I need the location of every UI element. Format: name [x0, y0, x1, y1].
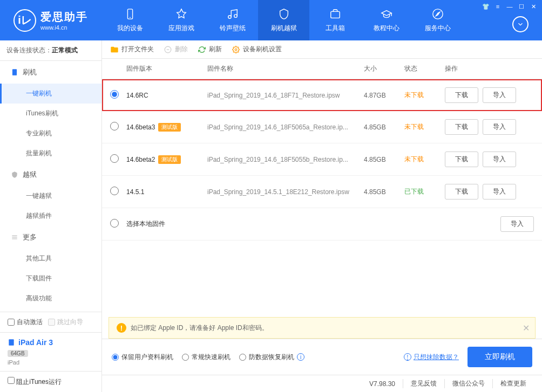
group-icon	[11, 171, 18, 178]
group-title: 刷机	[23, 67, 37, 77]
fw-version: 14.6beta2	[126, 156, 155, 163]
svg-point-2	[228, 16, 231, 19]
skip-guide-checkbox[interactable]: 跳过向导	[48, 318, 83, 327]
firmware-row[interactable]: 14.6RCiPad_Spring_2019_14.6_18F71_Restor…	[102, 79, 542, 111]
erase-data-link[interactable]: !只想抹除数据？	[404, 353, 459, 362]
import-button[interactable]: 导入	[500, 216, 534, 232]
menu-item[interactable]: 其他工具	[0, 249, 101, 269]
window-maximize-icon[interactable]: ☐	[516, 2, 527, 11]
option-anti-recovery[interactable]: 防数据恢复刷机 i	[239, 353, 304, 362]
fw-filename: iPad_Spring_2019_14.6_18F5065a_Restore.i…	[207, 123, 364, 131]
firmware-radio[interactable]	[110, 122, 119, 130]
nav-icon	[175, 8, 188, 20]
firmware-radio[interactable]	[110, 187, 119, 195]
window-minimize-icon[interactable]: —	[504, 2, 515, 11]
import-button[interactable]: 导入	[483, 87, 516, 103]
firmware-radio[interactable]	[110, 219, 119, 228]
menu-item[interactable]: 专业刷机	[0, 123, 101, 143]
content: 打开文件夹 删除 刷新 设备刷机设置 固件版本 固件名称 大小 状态 操作 14…	[102, 40, 542, 392]
svg-marker-6	[436, 12, 439, 16]
menu-group-1[interactable]: 越狱	[0, 163, 101, 186]
menu-item[interactable]: 批量刷机	[0, 143, 101, 163]
group-icon	[11, 233, 18, 241]
nav-tab-6[interactable]: 服务中心	[412, 0, 463, 40]
group-icon	[11, 68, 18, 76]
import-button[interactable]: 导入	[483, 184, 516, 200]
menu-item[interactable]: 下载固件	[0, 269, 101, 288]
auto-activate-checkbox[interactable]: 自动激活	[8, 318, 43, 327]
option-normal[interactable]: 常规快速刷机	[182, 353, 231, 362]
nav-tab-3[interactable]: 刷机越狱	[258, 0, 309, 40]
window-close-icon[interactable]: ✕	[528, 2, 539, 11]
tablet-icon	[8, 339, 15, 346]
menu-group-0[interactable]: 刷机	[0, 61, 101, 84]
device-info[interactable]: iPad Air 3 64GB iPad	[0, 333, 101, 372]
device-storage: 64GB	[8, 350, 28, 357]
nav-icon	[124, 8, 137, 20]
window-menu-icon[interactable]: ≡	[492, 2, 503, 11]
download-button[interactable]: 下载	[445, 119, 478, 135]
version-label: V7.98.30	[362, 380, 403, 388]
th-size: 大小	[364, 64, 404, 73]
refresh-button[interactable]: 刷新	[198, 45, 222, 54]
delete-button[interactable]: 删除	[164, 45, 188, 54]
nav-tab-1[interactable]: 应用游戏	[155, 0, 207, 40]
delete-icon	[164, 45, 172, 54]
app-logo: iレ 爱思助手 www.i4.cn	[5, 9, 96, 32]
menu-item[interactable]: iTunes刷机	[0, 104, 101, 123]
firmware-row[interactable]: 14.6beta2测试版iPad_Spring_2019_14.6_18F505…	[102, 143, 542, 176]
firmware-row[interactable]: 14.6beta3测试版iPad_Spring_2019_14.6_18F506…	[102, 111, 542, 143]
check-update-link[interactable]: 检查更新	[492, 379, 534, 388]
fw-size: 4.87GB	[364, 92, 404, 99]
appleid-notice: ! 如已绑定 Apple ID，请准备好 Apple ID和密码。 ✕	[109, 317, 536, 339]
nav-label: 刷机越狱	[271, 24, 297, 33]
feedback-link[interactable]: 意见反馈	[403, 379, 444, 388]
fw-status: 未下载	[404, 122, 445, 132]
option-keep-data[interactable]: 保留用户资料刷机	[112, 353, 173, 362]
flash-now-button[interactable]: 立即刷机	[468, 347, 532, 367]
firmware-radio[interactable]	[110, 154, 119, 163]
local-fw-label: 选择本地固件	[126, 219, 207, 229]
download-button[interactable]: 下载	[445, 184, 478, 200]
menu-item[interactable]: 一键刷机	[0, 84, 101, 104]
download-button[interactable]: 下载	[445, 152, 478, 167]
close-notice-icon[interactable]: ✕	[523, 323, 530, 333]
device-settings-button[interactable]: 设备刷机设置	[232, 45, 282, 54]
menu-item[interactable]: 越狱插件	[0, 206, 101, 226]
menu-item[interactable]: 高级功能	[0, 288, 101, 308]
stop-itunes-checkbox[interactable]: 阻止iTunes运行	[8, 377, 62, 387]
folder-icon	[110, 45, 119, 54]
menu-item[interactable]: 一键越狱	[0, 186, 101, 206]
info-icon: !	[404, 353, 411, 361]
th-status: 状态	[404, 64, 445, 73]
connection-status: 设备连接状态：正常模式	[0, 40, 101, 61]
download-button[interactable]: 下载	[445, 87, 478, 103]
wechat-link[interactable]: 微信公众号	[444, 379, 492, 388]
info-icon[interactable]: i	[297, 353, 304, 361]
window-tshirt-icon[interactable]: 👕	[480, 2, 491, 11]
notice-text: 如已绑定 Apple ID，请准备好 Apple ID和密码。	[131, 324, 268, 333]
fw-size: 4.85GB	[364, 156, 404, 163]
nav-tab-5[interactable]: 教程中心	[361, 0, 412, 40]
warning-icon: !	[117, 323, 126, 333]
nav-tab-2[interactable]: 铃声壁纸	[207, 0, 258, 40]
beta-tag: 测试版	[158, 155, 181, 164]
svg-rect-7	[12, 69, 17, 75]
device-type: iPad	[8, 359, 94, 366]
firmware-row[interactable]: 14.5.1iPad_Spring_2019_14.5.1_18E212_Res…	[102, 176, 542, 208]
local-firmware-row[interactable]: 选择本地固件导入	[102, 208, 542, 240]
th-name: 固件名称	[207, 64, 364, 73]
firmware-radio[interactable]	[110, 90, 119, 99]
nav-tab-0[interactable]: 我的设备	[104, 0, 155, 40]
menu-group-2[interactable]: 更多	[0, 226, 101, 249]
device-name: iPad Air 3	[18, 338, 53, 347]
nav-tab-4[interactable]: 工具箱	[309, 0, 361, 40]
fw-status: 未下载	[404, 155, 445, 164]
nav-label: 服务中心	[425, 24, 451, 33]
header-sync-icon[interactable]	[512, 16, 529, 32]
import-button[interactable]: 导入	[483, 152, 516, 167]
th-version: 固件版本	[126, 64, 207, 73]
open-folder-button[interactable]: 打开文件夹	[110, 45, 154, 54]
import-button[interactable]: 导入	[483, 119, 516, 135]
nav-label: 教程中心	[374, 24, 399, 33]
